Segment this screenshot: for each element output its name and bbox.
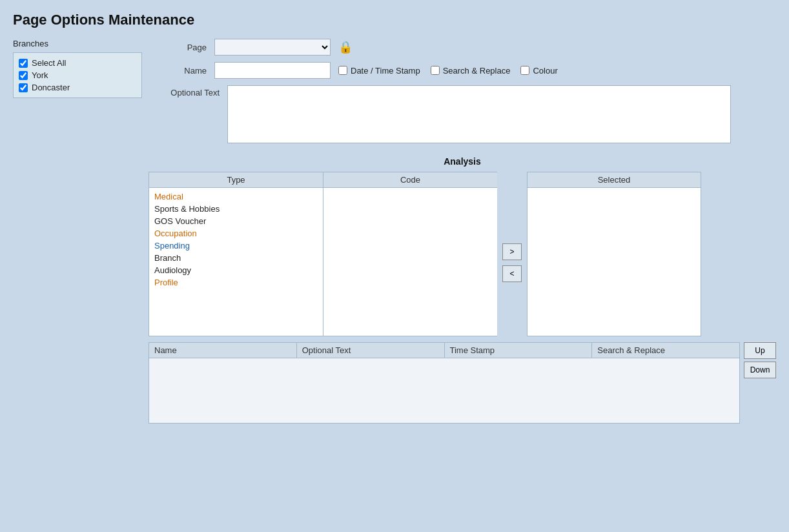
name-input[interactable]	[214, 62, 331, 79]
lock-icon[interactable]: 🔒	[338, 40, 353, 54]
checkbox-group: Date / Time Stamp Search & Replace Colou…	[338, 66, 558, 76]
type-item-gos[interactable]: GOS Voucher	[152, 215, 320, 227]
main-container: Page Options Maintenance Branches Select…	[0, 0, 789, 532]
col-header-optional: Optional Text	[297, 343, 445, 358]
branch-item-york[interactable]: York	[19, 70, 136, 80]
type-item-audiology[interactable]: Audiology	[152, 264, 320, 276]
form-section: Page 🔒 Name Date / Time Stamp	[149, 39, 776, 150]
branch-item-select-all[interactable]: Select All	[19, 58, 136, 68]
col-header-timestamp: Time Stamp	[445, 343, 593, 358]
code-list[interactable]	[323, 188, 497, 336]
search-replace-item[interactable]: Search & Replace	[431, 66, 511, 76]
type-column: Type Medical Sports & Hobbies GOS Vouche…	[149, 172, 323, 336]
date-time-stamp-item[interactable]: Date / Time Stamp	[338, 66, 420, 76]
code-header: Code	[323, 172, 497, 188]
code-column: Code	[323, 172, 497, 336]
add-button[interactable]: >	[502, 243, 522, 260]
analysis-grid: Type Medical Sports & Hobbies GOS Vouche…	[149, 172, 776, 337]
type-item-medical[interactable]: Medical	[152, 190, 320, 203]
optional-text-label: Optional Text	[149, 85, 220, 97]
col-header-name: Name	[149, 343, 297, 358]
colour-label: Colour	[533, 66, 557, 76]
branch-label-select-all: Select All	[32, 58, 66, 68]
analysis-title: Analysis	[149, 156, 776, 167]
branch-checkbox-select-all[interactable]	[19, 59, 28, 68]
content-area: Branches Select All York Doncaster	[13, 39, 776, 509]
bottom-table: Name Optional Text Time Stamp Search & R…	[149, 342, 740, 424]
table-body	[149, 358, 739, 423]
optional-text-area[interactable]	[227, 85, 731, 143]
selected-column: Selected	[527, 172, 701, 336]
page-select[interactable]	[214, 39, 331, 56]
name-row: Name Date / Time Stamp Search & Replace	[149, 62, 776, 79]
type-list[interactable]: Medical Sports & Hobbies GOS Voucher Occ…	[149, 188, 323, 336]
date-time-stamp-label: Date / Time Stamp	[351, 66, 420, 76]
left-panel: Branches Select All York Doncaster	[13, 39, 142, 509]
search-replace-checkbox[interactable]	[431, 66, 440, 75]
colour-item[interactable]: Colour	[520, 66, 557, 76]
branch-item-doncaster[interactable]: Doncaster	[19, 83, 136, 92]
page-row: Page 🔒	[149, 39, 776, 56]
type-header: Type	[149, 172, 323, 188]
page-title: Page Options Maintenance	[13, 12, 776, 28]
transfer-buttons: > <	[497, 189, 527, 337]
down-button[interactable]: Down	[744, 362, 776, 378]
branch-label-york: York	[32, 70, 48, 80]
remove-button[interactable]: <	[502, 265, 522, 282]
branch-label-doncaster: Doncaster	[32, 83, 70, 92]
type-item-spending[interactable]: Spending	[152, 240, 320, 252]
type-item-sports[interactable]: Sports & Hobbies	[152, 203, 320, 215]
branches-label: Branches	[13, 39, 142, 48]
page-label: Page	[149, 43, 207, 52]
date-time-stamp-checkbox[interactable]	[338, 66, 347, 75]
branch-checkbox-doncaster[interactable]	[19, 83, 28, 92]
optional-text-row: Optional Text	[149, 85, 776, 143]
type-item-branch[interactable]: Branch	[152, 252, 320, 264]
col-header-search-replace: Search & Replace	[592, 343, 739, 358]
bottom-table-container: Name Optional Text Time Stamp Search & R…	[149, 342, 740, 424]
branch-list: Select All York Doncaster	[13, 52, 142, 98]
up-down-buttons: Up Down	[744, 342, 776, 378]
analysis-section: Analysis Type Medical Sports & Hobbies G…	[149, 156, 776, 509]
type-item-profile[interactable]: Profile	[152, 276, 320, 289]
table-header-row: Name Optional Text Time Stamp Search & R…	[149, 343, 739, 358]
selected-header: Selected	[527, 172, 701, 188]
name-label: Name	[149, 66, 207, 76]
branch-checkbox-york[interactable]	[19, 71, 28, 80]
colour-checkbox[interactable]	[520, 66, 529, 75]
search-replace-label: Search & Replace	[443, 66, 511, 76]
selected-list[interactable]	[527, 188, 701, 336]
right-panel: Page 🔒 Name Date / Time Stamp	[149, 39, 776, 509]
type-item-occupation[interactable]: Occupation	[152, 227, 320, 240]
up-button[interactable]: Up	[744, 342, 776, 359]
bottom-row: Name Optional Text Time Stamp Search & R…	[149, 342, 776, 424]
